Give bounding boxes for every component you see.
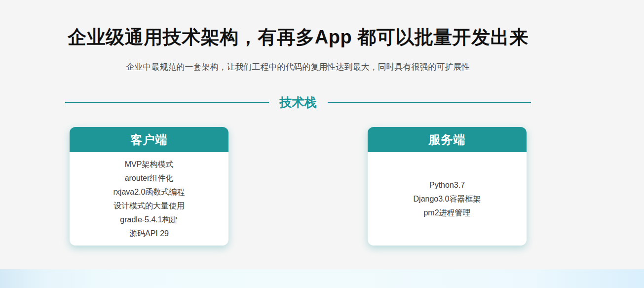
- divider-line-right: [328, 102, 531, 103]
- page-title: 企业级通用技术架构，有再多App 都可以批量开发出来: [65, 0, 531, 48]
- card-item: MVP架构模式: [125, 158, 174, 171]
- section-title: 技术栈: [269, 94, 328, 111]
- card-item: rxjava2.0函数式编程: [114, 185, 185, 199]
- client-card-title: 客户端: [70, 127, 228, 152]
- card-item: 设计模式的大量使用: [114, 199, 185, 213]
- section-divider: 技术栈: [65, 95, 531, 110]
- card-item: Python3.7: [429, 178, 465, 192]
- card-item: Django3.0容器框架: [414, 192, 481, 206]
- page-subtitle: 企业中最规范的一套架构，让我们工程中的代码的复用性达到最大，同时具有很强的可扩展…: [65, 61, 531, 73]
- divider-line-left: [65, 102, 269, 103]
- client-card: 客户端 MVP架构模式 arouter组件化 rxjava2.0函数式编程 设计…: [70, 127, 228, 246]
- content-container: 企业级通用技术架构，有再多App 都可以批量开发出来 企业中最规范的一套架构，让…: [65, 0, 531, 246]
- client-card-body: MVP架构模式 arouter组件化 rxjava2.0函数式编程 设计模式的大…: [70, 152, 228, 246]
- page: { "hero": { "title": "企业级通用技术架构，有再多App 都…: [0, 0, 644, 288]
- server-card: 服务端 Python3.7 Django3.0容器框架 pm2进程管理: [368, 127, 527, 246]
- card-item: arouter组件化: [125, 171, 174, 185]
- card-item: pm2进程管理: [423, 206, 470, 220]
- card-item: 源码API 29: [129, 227, 169, 241]
- card-item: gradle-5.4.1构建: [120, 213, 178, 227]
- tech-stack-cards: 客户端 MVP架构模式 arouter组件化 rxjava2.0函数式编程 设计…: [65, 127, 531, 246]
- server-card-body: Python3.7 Django3.0容器框架 pm2进程管理: [368, 152, 527, 246]
- bottom-wave-band: [0, 269, 644, 288]
- server-card-title: 服务端: [368, 127, 527, 152]
